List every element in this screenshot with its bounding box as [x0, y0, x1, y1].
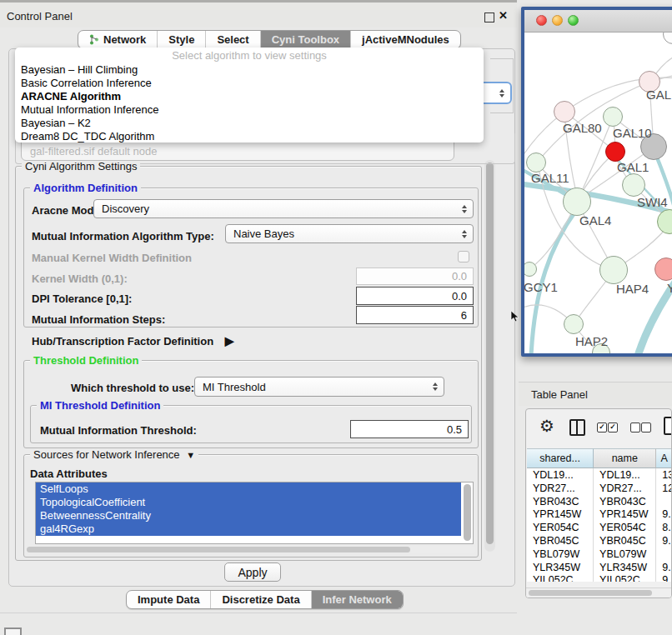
- network-node[interactable]: [554, 101, 575, 122]
- table-cell[interactable]: YBR045C: [594, 534, 656, 548]
- table-cell[interactable]: 9.: [656, 561, 672, 574]
- network-node[interactable]: [599, 256, 628, 284]
- sources-title[interactable]: Sources for Network Inference ▼: [30, 448, 198, 461]
- network-node[interactable]: [622, 173, 645, 197]
- network-view-window[interactable]: GALGAL80GAL10GAL1GAL11SWI4GAL4GCY1HAP4YH…: [521, 7, 672, 357]
- table-cell[interactable]: [656, 495, 672, 508]
- manual-kernel-width-checkbox[interactable]: [458, 251, 469, 262]
- mi-algorithm-type-combo[interactable]: Naive Bayes: [225, 224, 474, 243]
- algorithm-option[interactable]: Basic Correlation Inference: [15, 77, 484, 90]
- network-canvas[interactable]: GALGAL80GAL10GAL1GAL11SWI4GAL4GCY1HAP4YH…: [524, 32, 672, 353]
- mi-threshold-field[interactable]: 0.5: [350, 420, 469, 438]
- algorithm-option[interactable]: Bayesian – Hill Climbing: [15, 63, 484, 77]
- column-header-shared-name[interactable]: shared...: [527, 448, 594, 468]
- which-threshold-combo[interactable]: MI Threshold: [194, 377, 444, 397]
- table-cell[interactable]: 13: [656, 468, 672, 482]
- column-header-name[interactable]: name: [594, 448, 656, 468]
- table-cell[interactable]: 8.: [656, 521, 672, 534]
- table-horizontal-scrollbar[interactable]: [526, 588, 672, 598]
- table-row[interactable]: YBL079WYBL079W: [527, 548, 672, 561]
- table-cell[interactable]: YDR27...: [527, 482, 594, 495]
- column-layout-icon[interactable]: [569, 419, 585, 436]
- tab-discretize-data[interactable]: Discretize Data: [210, 591, 310, 608]
- chevron-right-icon[interactable]: ▶: [225, 334, 234, 348]
- attribute-list-item[interactable]: BetweennessCentrality: [36, 509, 461, 522]
- algorithm-option[interactable]: Dream8 DC_TDC Algorithm: [15, 130, 484, 142]
- table-row[interactable]: YIL052CYIL052C9.: [527, 573, 672, 582]
- table-cell[interactable]: YDR27...: [594, 482, 656, 495]
- zoom-traffic-light-icon[interactable]: [568, 15, 579, 26]
- mi-steps-field[interactable]: 6: [356, 306, 474, 324]
- docked-panel-icon[interactable]: [4, 628, 22, 635]
- table-cell[interactable]: [656, 548, 672, 561]
- table-cell[interactable]: YDL19...: [594, 468, 656, 482]
- table-cell[interactable]: YBL079W: [594, 548, 656, 561]
- gear-icon[interactable]: ⚙: [539, 416, 554, 436]
- data-attributes-list[interactable]: SelfLoopsTopologicalCoefficientBetweenne…: [35, 482, 474, 544]
- table-cell[interactable]: YDL19...: [527, 468, 594, 482]
- kernel-width-field[interactable]: 0.0: [356, 268, 474, 285]
- settings-horizontal-scrollbar[interactable]: [25, 546, 475, 553]
- network-node[interactable]: [526, 152, 546, 172]
- network-node[interactable]: [654, 258, 672, 281]
- hub-definition-toggle[interactable]: Hub/Transcription Factor Definition ▶: [32, 334, 234, 348]
- aracne-mode-combo[interactable]: Discovery: [93, 199, 474, 218]
- checked-checkbox-icon[interactable]: ✓: [608, 422, 618, 432]
- dpi-tolerance-field[interactable]: 0.0: [356, 287, 474, 305]
- close-icon[interactable]: ✕: [499, 9, 508, 22]
- network-node[interactable]: [563, 188, 591, 216]
- table-cell[interactable]: 9.: [656, 573, 672, 582]
- algorithm-option[interactable]: ARACNE Algorithm: [15, 90, 484, 103]
- tab-network[interactable]: Network: [78, 31, 157, 48]
- table-row[interactable]: YER054CYER054C8.: [527, 521, 672, 534]
- table-cell[interactable]: YBL079W: [527, 548, 594, 561]
- close-traffic-light-icon[interactable]: [536, 15, 547, 26]
- table-body[interactable]: YDL19...YDL19...13YDR27...YDR27...12YBR0…: [527, 468, 672, 582]
- apply-button[interactable]: Apply: [224, 562, 281, 582]
- table-cell[interactable]: YPR145W: [594, 508, 656, 521]
- table-cell[interactable]: YER054C: [527, 521, 594, 534]
- table-cell[interactable]: 9.: [656, 508, 672, 521]
- unchecked-checkbox-icon[interactable]: [630, 422, 640, 432]
- tab-jactivemnodules[interactable]: jActiveMNodules: [350, 31, 460, 48]
- table-cell[interactable]: 9.: [656, 534, 672, 548]
- settings-vertical-scrollbar[interactable]: [484, 160, 495, 552]
- table-cell[interactable]: YLR345W: [594, 561, 656, 574]
- table-row[interactable]: YDL19...YDL19...13: [527, 468, 672, 482]
- table-row[interactable]: YDR27...YDR27...12: [527, 482, 672, 495]
- table-cell[interactable]: YBR043C: [527, 495, 594, 508]
- attribute-list-item[interactable]: TopologicalCoefficient: [36, 496, 461, 509]
- table-row[interactable]: YLR345WYLR345W9.: [527, 561, 672, 574]
- attribute-list-item[interactable]: SelfLoops: [36, 482, 461, 496]
- algorithm-option[interactable]: Mutual Information Inference: [15, 103, 484, 117]
- minimize-traffic-light-icon[interactable]: [552, 15, 563, 26]
- column-header-partial[interactable]: A: [656, 448, 672, 468]
- table-cell[interactable]: YBR045C: [527, 534, 594, 548]
- tab-cyni-toolbox[interactable]: Cyni Toolbox: [260, 31, 350, 48]
- table-cell[interactable]: YER054C: [594, 521, 656, 534]
- tab-select[interactable]: Select: [205, 31, 259, 48]
- table-cell[interactable]: YPR145W: [527, 508, 594, 521]
- table-cell[interactable]: YLR345W: [527, 561, 594, 574]
- network-node[interactable]: [603, 107, 623, 127]
- chevron-down-icon[interactable]: ▼: [186, 450, 195, 460]
- checked-checkbox-icon[interactable]: ✓: [597, 422, 607, 432]
- tab-style[interactable]: Style: [157, 31, 205, 48]
- network-node[interactable]: [605, 142, 625, 162]
- table-cell[interactable]: YBR043C: [594, 495, 656, 508]
- table-row[interactable]: YBR045CYBR045C9.: [527, 534, 672, 548]
- network-node[interactable]: [564, 314, 584, 334]
- network-selector-combo[interactable]: gal-filtered.sif default node: [21, 142, 454, 161]
- table-row[interactable]: YPR145WYPR145W9.: [527, 508, 672, 521]
- attribute-list-item[interactable]: gal4RGexp: [36, 522, 461, 536]
- unchecked-checkbox-icon[interactable]: [641, 422, 651, 432]
- table-cell[interactable]: 12: [656, 482, 672, 495]
- tab-impute-data[interactable]: Impute Data: [127, 591, 210, 608]
- attributes-scrollbar[interactable]: [464, 484, 471, 541]
- float-panel-icon[interactable]: [484, 12, 494, 22]
- file-icon[interactable]: [664, 417, 672, 435]
- table-cell[interactable]: YIL052C: [594, 573, 656, 582]
- algorithm-option[interactable]: Bayesian – K2: [15, 117, 484, 130]
- table-cell[interactable]: YIL052C: [527, 573, 594, 582]
- table-row[interactable]: YBR043CYBR043C: [527, 495, 672, 508]
